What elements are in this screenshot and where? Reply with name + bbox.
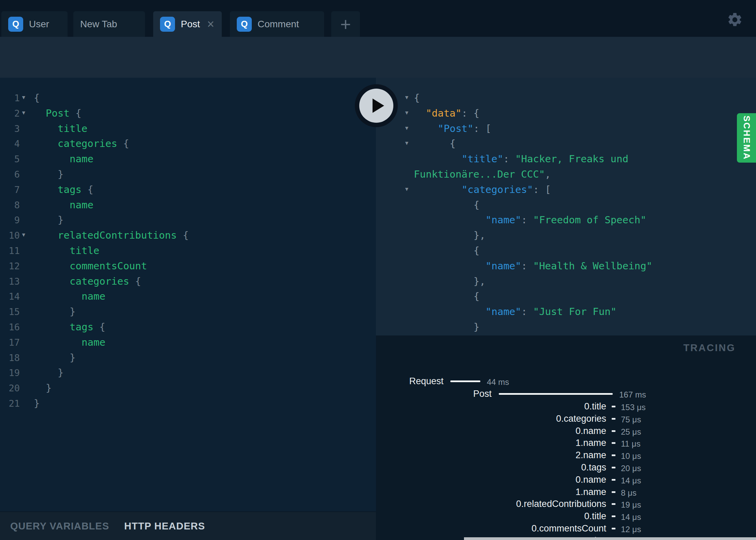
trace-label: 0.commentsCount — [376, 523, 606, 534]
code-line: ▾"data": { — [376, 106, 756, 121]
trace-tick — [612, 503, 615, 505]
trace-row-field: 0.title153 μs — [376, 401, 756, 412]
trace-row-field: 1.name11 μs — [376, 437, 756, 448]
trace-bar — [450, 380, 480, 382]
trace-duration: 44 ms — [487, 377, 509, 388]
line-number: 21 — [0, 396, 20, 411]
fold-arrow-icon[interactable]: ▾ — [21, 227, 26, 242]
trace-label: 0.tags — [376, 462, 606, 473]
tab-http-headers[interactable]: HTTP HEADERS — [124, 521, 205, 532]
trace-row-field: 2.name10 μs — [376, 450, 756, 461]
line-number: 8 — [0, 197, 20, 213]
line-number: 6 — [0, 167, 20, 182]
code-line: 8name — [0, 197, 376, 213]
code-text: }, — [474, 228, 485, 243]
query-editor[interactable]: 1▾{2▾Post {3title4categories {5name6}7ta… — [0, 78, 376, 511]
code-line: }, — [376, 274, 756, 289]
trace-duration: 153 μs — [621, 402, 646, 413]
line-number: 13 — [0, 274, 20, 289]
trace-label: 1.name — [376, 486, 606, 497]
trace-row-resolver: Post167 ms — [376, 388, 756, 399]
trace-duration: 12 μs — [621, 524, 641, 535]
query-badge: Q — [160, 17, 175, 32]
code-line: 5name — [0, 151, 376, 167]
code-line: ▾{ — [376, 136, 756, 151]
fold-arrow-icon[interactable]: ▾ — [404, 181, 409, 197]
fold-arrow-icon[interactable]: ▾ — [404, 120, 409, 136]
code-line: 11title — [0, 243, 376, 258]
code-line: } — [376, 319, 756, 335]
code-text: Post { — [46, 106, 82, 121]
code-text: { — [474, 197, 479, 213]
trace-duration: 10 μs — [621, 451, 641, 462]
trace-label: 1.name — [376, 437, 606, 448]
line-number: 11 — [0, 243, 20, 258]
tracing-horizontal-scrollbar[interactable] — [464, 537, 756, 540]
top-bar: QUserNew TabQPost×QComment + — [0, 0, 756, 37]
code-text: } — [46, 380, 52, 396]
add-tab-button[interactable]: + — [331, 11, 360, 37]
fold-arrow-icon[interactable]: ▾ — [21, 90, 26, 105]
fold-arrow-icon[interactable]: ▾ — [404, 135, 409, 151]
schema-tab[interactable]: SCHEMA — [737, 113, 756, 163]
settings-gear-icon[interactable] — [727, 12, 743, 28]
tab-query-variables[interactable]: QUERY VARIABLES — [10, 521, 109, 532]
trace-label: 0.name — [376, 474, 606, 485]
code-line: 14name — [0, 289, 376, 304]
code-text: title — [70, 243, 99, 258]
code-text: { — [474, 243, 479, 258]
graphql-playground: QUserNew TabQPost×QComment + PRETTIFY HI… — [0, 0, 756, 540]
query-badge: Q — [237, 17, 252, 32]
code-text: { — [450, 136, 455, 151]
trace-row-field: 0.name14 μs — [376, 474, 756, 485]
trace-row-field: 0.title14 μs — [376, 511, 756, 522]
close-tab-icon[interactable]: × — [207, 18, 214, 30]
trace-duration: 8 μs — [621, 487, 637, 498]
trace-label: 0.title — [376, 401, 606, 412]
bottom-bar: QUERY VARIABLES HTTP HEADERS — [0, 511, 376, 540]
play-icon — [373, 99, 384, 113]
trace-label: 0.relatedContributions — [376, 498, 606, 509]
fold-arrow-icon[interactable]: ▾ — [404, 90, 409, 105]
fold-arrow-icon[interactable]: ▾ — [21, 105, 26, 120]
code-text: "name": "Just For Fun" — [485, 304, 616, 319]
code-text: commentsCount — [70, 258, 147, 274]
trace-bar — [499, 393, 613, 395]
tab-user[interactable]: QUser — [1, 11, 68, 37]
execute-query-button[interactable] — [355, 84, 398, 127]
line-number: 3 — [0, 121, 20, 136]
trace-duration: 14 μs — [621, 475, 641, 486]
fold-arrow-icon[interactable]: ▾ — [404, 105, 409, 120]
code-text: } — [70, 350, 75, 365]
trace-duration: 20 μs — [621, 463, 641, 474]
code-text: }, — [474, 274, 485, 289]
tab-label: New Tab — [80, 19, 117, 30]
code-line: "name": "Just For Fun" — [376, 304, 756, 319]
trace-row-field: 0.categories75 μs — [376, 413, 756, 424]
trace-tick — [612, 442, 615, 444]
line-number: 5 — [0, 151, 20, 167]
code-text: name — [82, 289, 105, 304]
code-text: "categories": [ — [462, 182, 551, 197]
code-text: categories { — [58, 136, 129, 151]
code-text: } — [58, 167, 63, 182]
line-number: 17 — [0, 335, 20, 350]
trace-duration: 25 μs — [621, 426, 641, 437]
line-number: 1 — [0, 90, 20, 106]
code-text: name — [82, 335, 105, 350]
code-text: } — [70, 304, 75, 319]
line-number: 18 — [0, 350, 20, 365]
tab-comment[interactable]: QComment — [230, 11, 324, 37]
tab-new-tab[interactable]: New Tab — [73, 11, 145, 37]
code-text: title — [58, 121, 87, 136]
code-line: 3title — [0, 121, 376, 136]
code-line: ▾{ — [376, 90, 756, 106]
trace-label: Post — [376, 388, 492, 399]
trace-duration: 167 ms — [619, 389, 646, 400]
tab-post[interactable]: QPost× — [153, 11, 222, 37]
trace-label: Request — [376, 376, 444, 387]
code-text: name — [70, 197, 93, 213]
trace-duration: 11 μs — [621, 438, 640, 449]
trace-label: 0.categories — [376, 413, 606, 424]
tracing-title: TRACING — [683, 342, 736, 354]
